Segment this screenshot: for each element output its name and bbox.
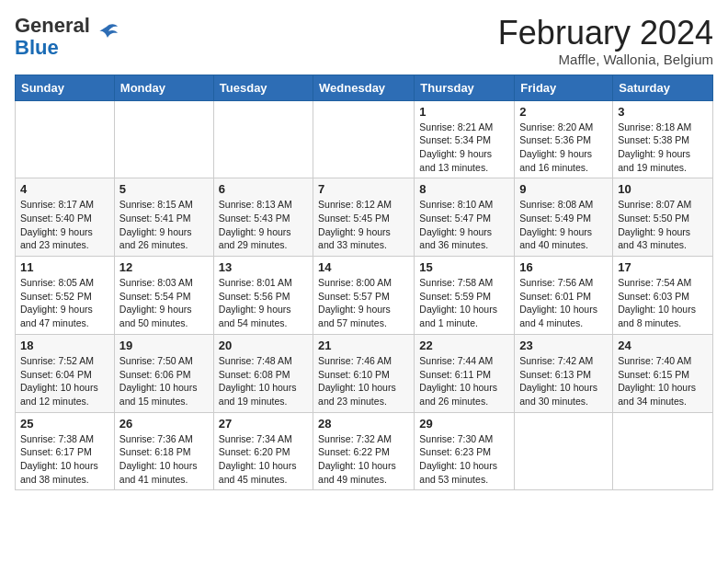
calendar-cell: 3Sunrise: 8:18 AM Sunset: 5:38 PM Daylig… xyxy=(613,100,713,178)
day-info: Sunrise: 8:05 AM Sunset: 5:52 PM Dayligh… xyxy=(20,276,109,330)
day-info: Sunrise: 7:30 AM Sunset: 6:23 PM Dayligh… xyxy=(419,432,509,487)
calendar-cell: 22Sunrise: 7:44 AM Sunset: 6:11 PM Dayli… xyxy=(415,334,515,412)
day-info: Sunrise: 8:03 AM Sunset: 5:54 PM Dayligh… xyxy=(119,276,209,330)
col-header-friday: Friday xyxy=(515,75,613,100)
month-year-title: February 2024 xyxy=(498,15,713,52)
day-info: Sunrise: 7:48 AM Sunset: 6:08 PM Dayligh… xyxy=(219,354,308,408)
calendar-cell: 9Sunrise: 8:08 AM Sunset: 5:49 PM Daylig… xyxy=(515,178,613,257)
calendar-cell: 17Sunrise: 7:54 AM Sunset: 6:03 PM Dayli… xyxy=(613,257,713,335)
day-info: Sunrise: 7:54 AM Sunset: 6:03 PM Dayligh… xyxy=(618,276,708,330)
calendar-cell: 20Sunrise: 7:48 AM Sunset: 6:08 PM Dayli… xyxy=(213,334,313,412)
day-info: Sunrise: 7:46 AM Sunset: 6:10 PM Dayligh… xyxy=(318,354,409,408)
day-number: 16 xyxy=(519,260,608,274)
day-number: 11 xyxy=(20,260,109,274)
day-number: 13 xyxy=(219,260,308,274)
calendar-week-row: 4Sunrise: 8:17 AM Sunset: 5:40 PM Daylig… xyxy=(16,178,713,257)
day-info: Sunrise: 8:01 AM Sunset: 5:56 PM Dayligh… xyxy=(219,276,308,330)
day-info: Sunrise: 8:12 AM Sunset: 5:45 PM Dayligh… xyxy=(318,198,409,252)
day-info: Sunrise: 7:36 AM Sunset: 6:18 PM Dayligh… xyxy=(119,432,209,487)
calendar-cell: 14Sunrise: 8:00 AM Sunset: 5:57 PM Dayli… xyxy=(313,257,415,335)
calendar-cell xyxy=(16,100,115,178)
day-number: 5 xyxy=(119,182,209,196)
calendar-cell: 27Sunrise: 7:34 AM Sunset: 6:20 PM Dayli… xyxy=(213,412,313,490)
day-number: 22 xyxy=(419,339,509,352)
calendar-table: SundayMondayTuesdayWednesdayThursdayFrid… xyxy=(15,75,713,491)
day-info: Sunrise: 8:13 AM Sunset: 5:43 PM Dayligh… xyxy=(219,198,308,252)
calendar-cell: 1Sunrise: 8:21 AM Sunset: 5:34 PM Daylig… xyxy=(415,100,515,178)
calendar-week-row: 25Sunrise: 7:38 AM Sunset: 6:17 PM Dayli… xyxy=(16,412,713,490)
day-info: Sunrise: 8:15 AM Sunset: 5:41 PM Dayligh… xyxy=(119,198,209,252)
calendar-cell: 21Sunrise: 7:46 AM Sunset: 6:10 PM Dayli… xyxy=(313,334,415,412)
calendar-cell: 24Sunrise: 7:40 AM Sunset: 6:15 PM Dayli… xyxy=(613,334,713,412)
day-number: 27 xyxy=(219,417,308,431)
day-info: Sunrise: 7:56 AM Sunset: 6:01 PM Dayligh… xyxy=(519,276,608,330)
day-info: Sunrise: 7:34 AM Sunset: 6:20 PM Dayligh… xyxy=(219,432,308,487)
day-number: 4 xyxy=(20,182,109,196)
calendar-cell: 28Sunrise: 7:32 AM Sunset: 6:22 PM Dayli… xyxy=(313,412,415,490)
col-header-sunday: Sunday xyxy=(16,75,115,100)
calendar-week-row: 1Sunrise: 8:21 AM Sunset: 5:34 PM Daylig… xyxy=(16,100,713,178)
calendar-cell: 7Sunrise: 8:12 AM Sunset: 5:45 PM Daylig… xyxy=(313,178,415,257)
calendar-cell: 15Sunrise: 7:58 AM Sunset: 5:59 PM Dayli… xyxy=(415,257,515,335)
calendar-cell: 2Sunrise: 8:20 AM Sunset: 5:36 PM Daylig… xyxy=(515,100,613,178)
day-info: Sunrise: 8:00 AM Sunset: 5:57 PM Dayligh… xyxy=(318,276,409,330)
day-number: 29 xyxy=(419,417,509,431)
calendar-cell: 18Sunrise: 7:52 AM Sunset: 6:04 PM Dayli… xyxy=(16,334,115,412)
calendar-cell: 23Sunrise: 7:42 AM Sunset: 6:13 PM Dayli… xyxy=(515,334,613,412)
day-number: 1 xyxy=(419,105,509,119)
col-header-thursday: Thursday xyxy=(415,75,515,100)
calendar-cell: 16Sunrise: 7:56 AM Sunset: 6:01 PM Dayli… xyxy=(515,257,613,335)
calendar-header-row: SundayMondayTuesdayWednesdayThursdayFrid… xyxy=(16,75,713,100)
day-number: 21 xyxy=(318,339,409,352)
calendar-cell: 25Sunrise: 7:38 AM Sunset: 6:17 PM Dayli… xyxy=(16,412,115,490)
day-number: 26 xyxy=(119,417,209,431)
day-number: 23 xyxy=(519,339,608,352)
day-number: 14 xyxy=(318,260,409,274)
day-number: 7 xyxy=(318,182,409,196)
calendar-cell: 13Sunrise: 8:01 AM Sunset: 5:56 PM Dayli… xyxy=(213,257,313,335)
day-info: Sunrise: 8:21 AM Sunset: 5:34 PM Dayligh… xyxy=(419,121,509,175)
calendar-cell: 6Sunrise: 8:13 AM Sunset: 5:43 PM Daylig… xyxy=(213,178,313,257)
calendar-cell: 11Sunrise: 8:05 AM Sunset: 5:52 PM Dayli… xyxy=(16,257,115,335)
day-number: 12 xyxy=(119,260,209,274)
day-number: 2 xyxy=(519,105,608,119)
day-number: 6 xyxy=(219,182,308,196)
logo-bird-icon xyxy=(94,19,119,45)
day-info: Sunrise: 7:42 AM Sunset: 6:13 PM Dayligh… xyxy=(519,354,608,408)
title-section: February 2024 Maffle, Wallonia, Belgium xyxy=(498,15,713,67)
day-info: Sunrise: 7:38 AM Sunset: 6:17 PM Dayligh… xyxy=(20,432,109,487)
day-number: 18 xyxy=(20,339,109,352)
col-header-wednesday: Wednesday xyxy=(313,75,415,100)
day-info: Sunrise: 7:44 AM Sunset: 6:11 PM Dayligh… xyxy=(419,354,509,408)
calendar-cell: 8Sunrise: 8:10 AM Sunset: 5:47 PM Daylig… xyxy=(415,178,515,257)
day-info: Sunrise: 7:52 AM Sunset: 6:04 PM Dayligh… xyxy=(20,354,109,408)
day-info: Sunrise: 7:58 AM Sunset: 5:59 PM Dayligh… xyxy=(419,276,509,330)
calendar-week-row: 18Sunrise: 7:52 AM Sunset: 6:04 PM Dayli… xyxy=(16,334,713,412)
calendar-cell: 12Sunrise: 8:03 AM Sunset: 5:54 PM Dayli… xyxy=(114,257,213,335)
day-number: 24 xyxy=(618,339,708,352)
calendar-cell: 4Sunrise: 8:17 AM Sunset: 5:40 PM Daylig… xyxy=(16,178,115,257)
calendar-cell: 29Sunrise: 7:30 AM Sunset: 6:23 PM Dayli… xyxy=(415,412,515,490)
day-info: Sunrise: 8:20 AM Sunset: 5:36 PM Dayligh… xyxy=(519,121,608,175)
location-subtitle: Maffle, Wallonia, Belgium xyxy=(498,52,713,67)
day-info: Sunrise: 7:32 AM Sunset: 6:22 PM Dayligh… xyxy=(318,432,409,487)
calendar-cell xyxy=(613,412,713,490)
day-info: Sunrise: 7:40 AM Sunset: 6:15 PM Dayligh… xyxy=(618,354,708,408)
day-number: 20 xyxy=(219,339,308,352)
day-info: Sunrise: 8:10 AM Sunset: 5:47 PM Dayligh… xyxy=(419,198,509,252)
calendar-cell xyxy=(213,100,313,178)
day-number: 15 xyxy=(419,260,509,274)
day-number: 3 xyxy=(618,105,708,119)
col-header-tuesday: Tuesday xyxy=(213,75,313,100)
header: General Blue February 2024 Maffle, Wallo… xyxy=(15,15,713,67)
day-number: 17 xyxy=(618,260,708,274)
calendar-cell: 5Sunrise: 8:15 AM Sunset: 5:41 PM Daylig… xyxy=(114,178,213,257)
day-number: 25 xyxy=(20,417,109,431)
day-info: Sunrise: 8:18 AM Sunset: 5:38 PM Dayligh… xyxy=(618,121,708,175)
logo-general: General xyxy=(15,14,90,37)
day-number: 19 xyxy=(119,339,209,352)
calendar-cell xyxy=(515,412,613,490)
logo: General Blue xyxy=(15,15,119,59)
day-info: Sunrise: 8:17 AM Sunset: 5:40 PM Dayligh… xyxy=(20,198,109,252)
logo-blue: Blue xyxy=(15,36,59,59)
